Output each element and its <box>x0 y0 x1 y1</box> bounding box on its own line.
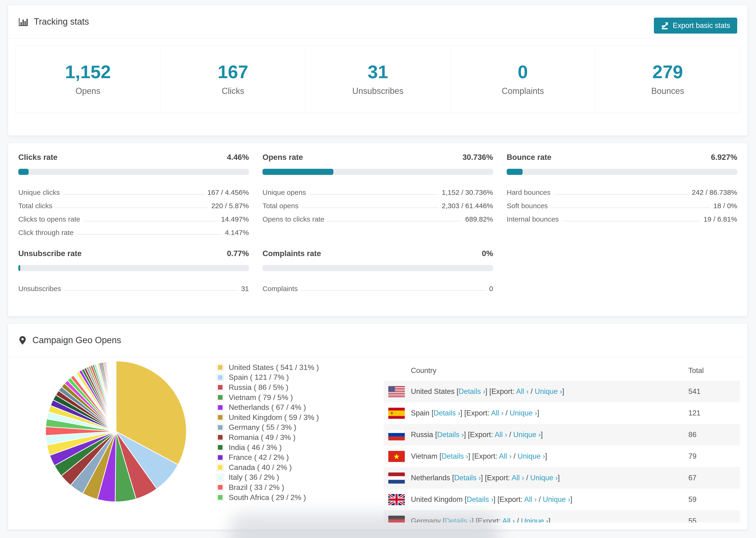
rate-title: Bounce rate <box>507 153 552 162</box>
legend-item-france: France ( 42 / 2% ) <box>216 452 319 462</box>
tracking-stats-header: Tracking stats Export basic stats <box>8 5 747 39</box>
rate-progress-bar <box>507 169 737 175</box>
table-row-netherlands: Netherlands [Details ›] [Export: All › /… <box>384 467 740 489</box>
export-unique-link[interactable]: Unique › <box>521 517 549 522</box>
legend-label: United Kingdom ( 59 / 3% ) <box>229 413 319 422</box>
export-unique-link[interactable]: Unique › <box>535 387 562 396</box>
table-header-total: Total <box>688 366 735 375</box>
geo-pie-chart[interactable] <box>43 359 189 504</box>
legend-item-india: India ( 46 / 3% ) <box>216 443 319 453</box>
country-cell: United States [Details ›] [Export: All ›… <box>388 386 688 397</box>
de-flag-icon <box>388 516 405 523</box>
legend-label: Canada ( 40 / 2% ) <box>229 463 292 472</box>
export-all-link[interactable]: All › <box>491 409 503 417</box>
rate-row-value: 689.82% <box>465 215 493 223</box>
stats-row: 1,152 Opens 167 Clicks 31 Unsubscribes 0… <box>15 46 740 113</box>
export-all-link[interactable]: All › <box>502 517 514 522</box>
export-unique-link[interactable]: Unique › <box>517 452 545 460</box>
dotted-leader <box>77 234 222 235</box>
details-link[interactable]: Details › <box>445 517 472 522</box>
rate-row-label: Total clicks <box>18 202 52 210</box>
rate-title: Unsubscribe rate <box>18 249 82 258</box>
dotted-leader <box>328 221 462 221</box>
pie-slice[interactable] <box>116 361 116 431</box>
legend-item-netherlands: Netherlands ( 67 / 4% ) <box>216 402 319 412</box>
export-all-link[interactable]: All › <box>512 474 524 482</box>
card-title: Tracking stats <box>34 17 89 27</box>
legend-item-brazil: Brazil ( 33 / 2% ) <box>216 482 319 493</box>
details-link[interactable]: Details › <box>467 495 494 504</box>
stat-value: 279 <box>652 63 683 81</box>
legend-label: Vietnam ( 79 / 5% ) <box>229 393 293 402</box>
details-link[interactable]: Details › <box>459 387 485 396</box>
rate-row-value: 220 / 5.87% <box>211 202 249 210</box>
legend-swatch <box>218 455 223 460</box>
ru-flag-icon <box>388 429 405 440</box>
export-all-link[interactable]: All › <box>524 495 536 504</box>
pie-legend: United States ( 541 / 31% ) Spain ( 121 … <box>216 362 319 502</box>
rate-progress-bar <box>262 265 493 271</box>
total-value: 55 <box>688 517 735 522</box>
rate-progress-bar <box>18 169 249 175</box>
rate-row-complaints: Complaints 0 <box>262 279 493 293</box>
rate-row-label: Total opens <box>262 202 298 210</box>
export-basic-stats-button[interactable]: Export basic stats <box>654 18 737 33</box>
stat-box-bounces: 279 Bounces <box>595 46 740 113</box>
rate-row-total-opens: Total opens 2,303 / 61.446% <box>262 196 493 210</box>
rate-value: 6.927% <box>711 153 737 162</box>
details-link[interactable]: Details › <box>441 452 468 460</box>
table-row-united-kingdom: United Kingdom [Details ›] [Export: All … <box>384 489 740 510</box>
export-unique-link[interactable]: Unique › <box>530 474 558 482</box>
legend-label: India ( 46 / 3% ) <box>229 443 282 452</box>
country-cell: Germany [Details ›] [Export: All › / Uni… <box>388 516 688 523</box>
stat-value: 167 <box>218 63 248 81</box>
vn-flag-icon <box>388 451 405 462</box>
rate-panel-bounce-rate: Bounce rate 6.927% Hard bounces 242 / 86… <box>507 153 737 237</box>
legend-item-italy: Italy ( 36 / 2% ) <box>216 472 319 483</box>
rate-row-value: 167 / 4.456% <box>207 188 249 196</box>
dotted-leader <box>64 290 238 291</box>
rate-progress-fill <box>262 169 333 175</box>
details-link[interactable]: Details › <box>454 474 481 482</box>
rate-row-label: Opens to clicks rate <box>262 215 324 223</box>
legend-label: Germany ( 55 / 3% ) <box>229 423 296 432</box>
rate-head: Clicks rate 4.46% <box>18 153 249 162</box>
country-name: Netherlands <box>411 474 450 482</box>
rate-row-label: Hard bounces <box>507 188 551 196</box>
geo-table-rows: United States [Details ›] [Export: All ›… <box>384 381 740 522</box>
export-unique-link[interactable]: Unique › <box>510 409 537 417</box>
dotted-leader <box>554 194 689 194</box>
legend-label: Netherlands ( 67 / 4% ) <box>229 403 306 412</box>
rate-row-value: 14.497% <box>221 215 249 223</box>
details-link[interactable]: Details › <box>437 430 464 439</box>
export-all-link[interactable]: All › <box>499 452 512 460</box>
details-link[interactable]: Details › <box>434 409 460 417</box>
legend-item-south-africa: South Africa ( 29 / 2% ) <box>216 493 319 503</box>
export-unique-link[interactable]: Unique › <box>543 495 570 504</box>
legend-swatch <box>218 485 223 490</box>
rate-row-value: 242 / 86.738% <box>692 188 737 196</box>
country-cell: United Kingdom [Details ›] [Export: All … <box>388 494 688 505</box>
legend-label: Russia ( 86 / 5% ) <box>229 383 288 392</box>
export-unique-link[interactable]: Unique › <box>513 430 541 439</box>
geo-title: Campaign Geo Opens <box>32 335 121 345</box>
rate-panel-opens-rate: Opens rate 30.736% Unique opens 1,152 / … <box>262 153 493 237</box>
rate-row-label: Clicks to opens rate <box>18 215 80 223</box>
geo-table: Country Total United States [Details ›] … <box>384 360 740 522</box>
export-all-link[interactable]: All › <box>516 387 528 396</box>
nl-flag-icon <box>388 472 405 484</box>
export-all-link[interactable]: All › <box>495 430 507 439</box>
map-pin-icon <box>18 336 27 345</box>
legend-item-united-kingdom: United Kingdom ( 59 / 3% ) <box>216 412 319 422</box>
rate-row-label: Internal bounces <box>507 215 559 223</box>
rate-progress-fill <box>18 265 20 271</box>
campaign-geo-opens-card: Campaign Geo Opens United States ( 541 /… <box>8 323 748 530</box>
rate-value: 0% <box>482 249 493 258</box>
stat-label: Clicks <box>222 86 244 96</box>
rate-row-hard-bounces: Hard bounces 242 / 86.738% <box>507 183 737 196</box>
dotted-leader <box>63 194 204 194</box>
country-text: Vietnam [Details ›] [Export: All › / Uni… <box>411 452 547 460</box>
legend-swatch <box>218 425 223 430</box>
rate-row-label: Click through rate <box>18 229 74 237</box>
table-header-country: Country <box>388 366 688 375</box>
